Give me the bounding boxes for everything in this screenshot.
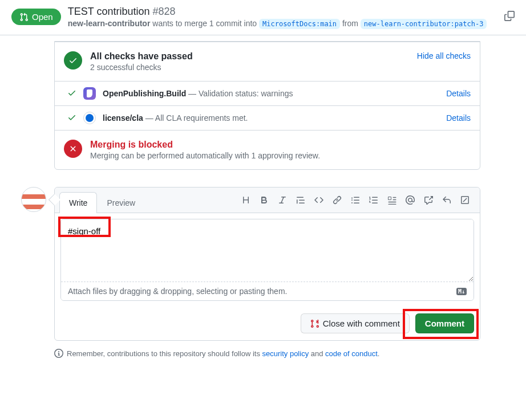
tab-preview[interactable]: Preview [97,192,145,213]
pr-from-word: from [342,19,358,28]
comment-actions: Close with comment Comment [55,307,480,340]
tasklist-button[interactable] [387,195,396,205]
check-icon [67,113,76,122]
pr-author[interactable]: new-learn-contributor [68,19,151,28]
git-pull-request-icon [19,13,29,22]
check-icon [68,56,78,65]
merge-status-box: All checks have passed 2 successful chec… [54,41,480,170]
quote-icon [296,195,305,205]
pr-base-branch[interactable]: MicrosoftDocs:main [259,19,340,29]
current-user-avatar[interactable] [21,187,46,212]
check-name[interactable]: license/cla [103,113,143,123]
security-policy-link[interactable]: security policy [262,349,309,358]
close-with-comment-button[interactable]: Close with comment [301,313,410,333]
check-details-link[interactable]: Details [446,89,471,98]
reference-button[interactable] [424,195,433,205]
mention-icon [406,195,415,205]
pr-header: Open TEST contribution #828 new-learn-co… [0,0,526,35]
attach-hint-text: Attach files by dragging & dropping, sel… [68,287,287,296]
x-icon [68,144,78,153]
list-unordered-icon [351,195,360,205]
pr-state-label: Open [32,12,53,22]
copy-branch-button[interactable] [504,11,515,23]
checks-passed-sub: 2 successful checks [90,63,409,72]
unordered-list-button[interactable] [351,195,360,205]
checks-summary: All checks have passed 2 successful chec… [55,42,480,81]
footer-mid: and [309,349,325,358]
hide-checks-link[interactable]: Hide all checks [417,51,471,60]
italic-icon [278,195,287,205]
info-icon [54,349,63,358]
markdown-badge[interactable]: M↓ [456,288,467,295]
link-icon [333,195,342,205]
check-success-icon [67,113,76,124]
quote-button[interactable] [296,195,305,205]
reply-button[interactable] [442,195,451,205]
comment-form: Write Preview [54,187,480,341]
ordered-list-button[interactable] [369,195,378,205]
bold-icon [260,195,269,205]
check-details-link[interactable]: Details [446,113,471,123]
check-desc: — Validation status: warnings [186,89,293,98]
markdown-toolbar [145,195,475,209]
footer-prefix: Remember, contributions to this reposito… [67,349,262,358]
close-btn-label: Close with comment [323,319,400,328]
code-of-conduct-link[interactable]: code of conduct [325,349,378,358]
merge-blocked-title: Merging is blocked [90,140,471,150]
pr-head-branch[interactable]: new-learn-contributor:patch-3 [361,19,487,29]
merge-blocked-sub: Merging can be performed automatically w… [90,151,471,160]
list-ordered-icon [369,195,378,205]
reply-icon [442,195,451,205]
merge-blocked-section: Merging is blocked Merging can be perfor… [55,131,480,169]
pr-meta: new-learn-contributor wants to merge 1 c… [68,19,497,28]
check-desc: — All CLA requirements met. [143,113,248,123]
comment-button[interactable]: Comment [415,313,474,333]
pr-number: #828 [152,6,175,17]
pr-title-text: TEST contribution [68,6,150,17]
contribution-footer-note: Remember, contributions to this reposito… [54,349,480,358]
heading-icon [241,195,250,205]
bold-button[interactable] [260,195,269,205]
pr-title: TEST contribution #828 [68,6,497,18]
slash-commands-button[interactable] [460,195,470,205]
check-icon [67,88,76,97]
check-name[interactable]: OpenPublishing.Build [103,89,186,98]
pr-merge-verb: wants to merge 1 commit into [152,19,257,28]
italic-button[interactable] [278,195,287,205]
mention-button[interactable] [406,195,415,205]
check-app-avatar [83,112,96,124]
comment-textarea[interactable] [61,219,474,282]
status-blocked-icon [64,140,82,158]
status-success-icon [64,51,82,70]
link-button[interactable] [333,195,342,205]
code-icon [314,195,323,205]
cross-reference-icon [424,195,433,205]
tasklist-icon [387,195,396,205]
check-row: OpenPublishing.Build — Validation status… [55,81,480,106]
checks-passed-title: All checks have passed [90,51,409,62]
check-success-icon [67,88,76,99]
diff-ignored-icon [460,195,470,205]
heading-button[interactable] [241,195,250,205]
check-app-avatar [83,87,96,100]
attach-files-hint[interactable]: Attach files by dragging & dropping, sel… [61,282,474,300]
copy-icon [504,11,515,21]
git-pr-closed-icon [310,319,319,328]
comment-tabs: Write Preview [55,187,480,213]
code-button[interactable] [314,195,323,205]
check-row: license/cla — All CLA requirements met. … [55,106,480,131]
pr-header-titles: TEST contribution #828 new-learn-contrib… [68,6,497,28]
pr-state-badge: Open [11,9,61,25]
comment-btn-label: Comment [425,319,464,328]
footer-suffix: . [378,349,380,358]
tab-write[interactable]: Write [59,192,97,213]
